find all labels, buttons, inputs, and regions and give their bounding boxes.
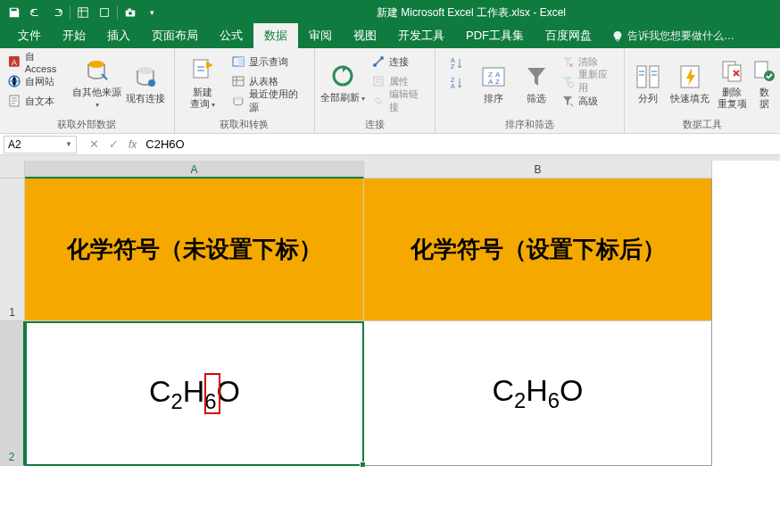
svg-point-9	[88, 61, 104, 68]
recent-sources-button[interactable]: 最近使用的源	[228, 91, 311, 111]
cell-a2-content: C2H6O	[149, 374, 240, 414]
tab-file[interactable]: 文件	[7, 23, 52, 48]
camera-icon[interactable]	[120, 2, 141, 23]
qat-customize[interactable]: ▾	[141, 2, 162, 23]
ribbon: A自 Access 自网站 自文本 自其他来源▾ 现有连接 获取外部数据 新建 …	[0, 48, 780, 134]
group-data-tools: 分列 快速填充 删除 重复项 数 据 数据工具	[625, 48, 780, 133]
text-to-columns-button[interactable]: 分列	[628, 50, 668, 116]
svg-point-11	[148, 79, 155, 87]
row-header-1[interactable]: 1	[0, 179, 25, 321]
svg-point-16	[234, 96, 243, 100]
cell-a1[interactable]: 化学符号（未设置下标）	[25, 179, 364, 321]
connections-button[interactable]: 连接	[368, 52, 431, 71]
svg-text:Z: Z	[451, 63, 455, 70]
save-button[interactable]	[4, 2, 25, 23]
name-box[interactable]: A2▼	[4, 136, 77, 154]
lightbulb-icon	[611, 30, 624, 43]
sort-button[interactable]: ZAAZ 排序	[473, 50, 515, 116]
tab-data[interactable]: 数据	[253, 23, 298, 48]
tab-pdf[interactable]: PDF工具集	[455, 23, 535, 48]
formula-bar: A2▼ ✕ ✓ fx	[0, 134, 780, 155]
show-queries-button[interactable]: 显示查询	[228, 52, 311, 71]
col-header-b[interactable]: B	[364, 161, 712, 179]
tab-baidu[interactable]: 百度网盘	[535, 23, 602, 48]
group-sort-filter: AZ ZA ZAAZ 排序 筛选 清除 重新应用 高级 排序和筛选	[436, 48, 625, 133]
quick-access-toolbar: ▾	[0, 2, 162, 23]
svg-rect-32	[650, 66, 659, 87]
tab-formula[interactable]: 公式	[209, 23, 253, 48]
tell-me-search[interactable]: 告诉我您想要做什么…	[602, 24, 743, 48]
reapply-button: 重新应用	[557, 71, 620, 91]
chevron-down-icon[interactable]: ▼	[65, 140, 72, 148]
cancel-formula-button[interactable]: ✕	[84, 137, 104, 151]
svg-rect-35	[728, 65, 741, 81]
formula-input[interactable]	[142, 137, 780, 151]
undo-button[interactable]	[25, 2, 46, 23]
cell-b2-content: C2H6O	[492, 373, 583, 413]
edit-links-button: 编辑链接	[368, 91, 431, 111]
tab-dev[interactable]: 开发工具	[387, 23, 455, 48]
flash-fill-button[interactable]: 快速填充	[668, 50, 712, 116]
from-text-button[interactable]: 自文本	[4, 91, 71, 111]
tab-insert[interactable]: 插入	[96, 23, 141, 48]
svg-text:Z: Z	[451, 77, 455, 83]
svg-rect-4	[128, 9, 131, 11]
svg-point-19	[380, 56, 384, 60]
svg-point-30	[568, 82, 574, 87]
qat-item-1[interactable]	[72, 2, 94, 23]
refresh-all-button[interactable]: 全部刷新▾	[319, 50, 368, 116]
svg-point-18	[373, 63, 377, 67]
tab-layout[interactable]: 页面布局	[141, 23, 209, 48]
group-get-transform: 新建 查询▾ 显示查询 从表格 最近使用的源 获取和转换	[175, 48, 315, 133]
svg-rect-12	[194, 60, 208, 78]
svg-rect-14	[238, 57, 244, 66]
sort-desc-button[interactable]: ZA	[444, 73, 468, 93]
svg-point-3	[129, 12, 132, 15]
svg-text:Z: Z	[495, 78, 500, 86]
cell-b1[interactable]: 化学符号（设置下标后）	[364, 179, 712, 321]
fx-icon[interactable]: fx	[129, 138, 137, 151]
tab-review[interactable]: 审阅	[298, 23, 343, 48]
filter-button[interactable]: 筛选	[515, 50, 557, 116]
row-header-2[interactable]: 2	[0, 321, 25, 466]
window-title: 新建 Microsoft Excel 工作表.xlsx - Excel	[162, 5, 780, 21]
svg-rect-15	[233, 77, 244, 86]
svg-point-10	[137, 67, 154, 74]
new-query-button[interactable]: 新建 查询▾	[178, 50, 228, 116]
accept-formula-button[interactable]: ✓	[104, 137, 123, 151]
group-connections: 全部刷新▾ 连接 属性 编辑链接 连接	[315, 48, 436, 133]
cell-a2[interactable]: C2H6O	[25, 321, 364, 466]
sort-asc-button[interactable]: AZ	[444, 54, 468, 73]
data-validation-button[interactable]: 数 据	[751, 50, 776, 116]
from-web-button[interactable]: 自网站	[4, 71, 71, 91]
svg-rect-1	[101, 9, 109, 17]
spreadsheet[interactable]: A B 1 化学符号（未设置下标） 化学符号（设置下标后） 2 C2H6O C2…	[0, 161, 780, 520]
svg-text:A: A	[12, 58, 17, 67]
tab-view[interactable]: 视图	[343, 23, 387, 48]
cell-b2[interactable]: C2H6O	[364, 321, 712, 466]
redo-button[interactable]	[46, 2, 68, 23]
svg-rect-25	[483, 68, 504, 86]
svg-text:A: A	[451, 57, 455, 63]
tab-home[interactable]: 开始	[52, 23, 96, 48]
remove-dup-button[interactable]: 删除 重复项	[712, 50, 751, 116]
ribbon-tabs: 文件 开始 插入 页面布局 公式 数据 审阅 视图 开发工具 PDF工具集 百度…	[0, 25, 780, 48]
svg-rect-31	[637, 66, 646, 87]
svg-text:A: A	[488, 78, 494, 86]
title-bar: ▾ 新建 Microsoft Excel 工作表.xlsx - Excel	[0, 0, 780, 25]
svg-rect-0	[79, 8, 88, 18]
from-access-button[interactable]: A自 Access	[4, 52, 71, 71]
from-other-button[interactable]: 自其他来源▾	[71, 50, 120, 116]
existing-conn-button[interactable]: 现有连接	[121, 50, 170, 116]
qat-item-2[interactable]	[94, 2, 115, 23]
svg-rect-20	[374, 77, 383, 86]
group-get-external: A自 Access 自网站 自文本 自其他来源▾ 现有连接 获取外部数据	[0, 48, 175, 133]
col-header-a[interactable]: A	[25, 161, 364, 179]
svg-text:A: A	[451, 83, 455, 89]
select-all-corner[interactable]	[0, 161, 25, 179]
